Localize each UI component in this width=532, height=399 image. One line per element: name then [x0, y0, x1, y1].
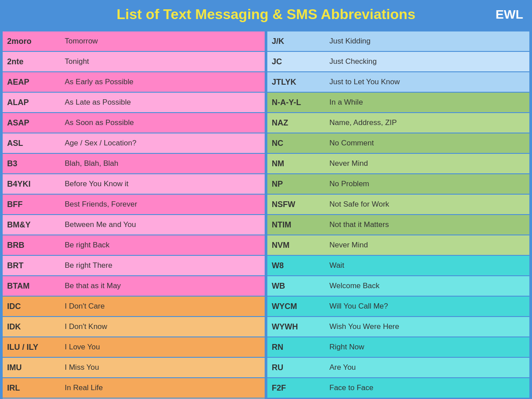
- table-row: B3Blah, Blah, Blah: [3, 154, 265, 173]
- abbreviation-cell: IRL: [3, 378, 60, 398]
- meaning-cell: Never Mind: [325, 235, 529, 255]
- table-row: IRLIn Real Life: [3, 378, 265, 398]
- meaning-cell: Best Friends, Forever: [60, 195, 265, 214]
- abbreviation-cell: RU: [267, 358, 325, 377]
- meaning-cell: Not Safe for Work: [325, 195, 529, 214]
- table-row: N-A-Y-LIn a While: [267, 93, 529, 112]
- table-row: 2nteTonight: [3, 52, 265, 71]
- abbreviation-cell: ILU / ILY: [3, 337, 60, 357]
- meaning-cell: I Miss You: [60, 358, 265, 377]
- meaning-cell: Not that it Matters: [325, 215, 529, 235]
- right-column: J/KJust KiddingJCJust CheckingJTLYKJust …: [267, 31, 529, 394]
- meaning-cell: Be right Back: [60, 235, 265, 255]
- table-row: NVMNever Mind: [267, 235, 529, 255]
- abbreviation-cell: IDK: [3, 317, 60, 336]
- meaning-cell: No Comment: [325, 133, 529, 153]
- abbreviation-cell: F2F: [267, 378, 325, 398]
- meaning-cell: I Don't Care: [60, 297, 265, 316]
- meaning-cell: Wait: [325, 256, 529, 275]
- table-row: NTIMNot that it Matters: [267, 215, 529, 235]
- table-row: B4YKIBefore You Know it: [3, 174, 265, 194]
- table-row: ASLAge / Sex / Location?: [3, 133, 265, 153]
- meaning-cell: As Soon as Possible: [60, 113, 265, 133]
- abbreviation-cell: B4YKI: [3, 174, 60, 194]
- meaning-cell: Age / Sex / Location?: [60, 133, 265, 153]
- table-row: IMUI Miss You: [3, 358, 265, 377]
- abbreviation-cell: NC: [267, 133, 325, 153]
- table-row: NMNever Mind: [267, 154, 529, 173]
- abbreviation-cell: ALAP: [3, 93, 60, 112]
- table-row: NCNo Comment: [267, 133, 529, 153]
- meaning-cell: Wish You Were Here: [325, 317, 529, 336]
- table-row: ILU / ILYI Love You: [3, 337, 265, 357]
- abbreviation-cell: NSFW: [267, 195, 325, 214]
- abbreviation-cell: JC: [267, 52, 325, 71]
- table-row: AEAPAs Early as Possible: [3, 72, 265, 92]
- meaning-cell: Never Mind: [325, 154, 529, 173]
- meaning-cell: Tomorrow: [60, 31, 265, 51]
- main-content: 2moroTomorrow2nteTonightAEAPAs Early as …: [0, 29, 532, 397]
- meaning-cell: Tonight: [60, 52, 265, 71]
- left-column: 2moroTomorrow2nteTonightAEAPAs Early as …: [3, 31, 265, 394]
- table-row: RNRight Now: [267, 337, 529, 357]
- abbreviation-cell: NP: [267, 174, 325, 194]
- abbreviation-cell: WYWH: [267, 317, 325, 336]
- table-row: IDKI Don't Know: [3, 317, 265, 336]
- table-row: ALAPAs Late as Possible: [3, 93, 265, 112]
- meaning-cell: Name, Address, ZIP: [325, 113, 529, 133]
- abbreviation-cell: BTAM: [3, 276, 60, 296]
- table-row: J/KJust Kidding: [267, 31, 529, 51]
- abbreviation-cell: J/K: [267, 31, 325, 51]
- abbreviation-cell: N-A-Y-L: [267, 93, 325, 112]
- table-row: IDCI Don't Care: [3, 297, 265, 316]
- table-row: WYCMWill You Call Me?: [267, 297, 529, 316]
- meaning-cell: As Early as Possible: [60, 72, 265, 92]
- meaning-cell: Just to Let You Know: [325, 72, 529, 92]
- meaning-cell: Will You Call Me?: [325, 297, 529, 316]
- meaning-cell: In Real Life: [60, 378, 265, 398]
- table-row: WBWelcome Back: [267, 276, 529, 296]
- abbreviation-cell: 2moro: [3, 31, 60, 51]
- table-row: RUAre You: [267, 358, 529, 377]
- table-row: BM&YBetween Me and You: [3, 215, 265, 235]
- abbreviation-cell: 2nte: [3, 52, 60, 71]
- table-row: 2moroTomorrow: [3, 31, 265, 51]
- meaning-cell: Blah, Blah, Blah: [60, 154, 265, 173]
- meaning-cell: Welcome Back: [325, 276, 529, 296]
- abbreviation-cell: NTIM: [267, 215, 325, 235]
- abbreviation-cell: BM&Y: [3, 215, 60, 235]
- abbreviation-cell: ASL: [3, 133, 60, 153]
- table-row: F2FFace to Face: [267, 378, 529, 398]
- abbreviation-cell: BFF: [3, 195, 60, 214]
- abbreviation-cell: IDC: [3, 297, 60, 316]
- logo: EWL: [496, 8, 523, 22]
- table-row: NSFWNot Safe for Work: [267, 195, 529, 214]
- meaning-cell: Just Kidding: [325, 31, 529, 51]
- abbreviation-cell: WYCM: [267, 297, 325, 316]
- abbreviation-cell: BRB: [3, 235, 60, 255]
- meaning-cell: As Late as Possible: [60, 93, 265, 112]
- table-row: NAZName, Address, ZIP: [267, 113, 529, 133]
- abbreviation-cell: NAZ: [267, 113, 325, 133]
- abbreviation-cell: JTLYK: [267, 72, 325, 92]
- abbreviation-cell: WB: [267, 276, 325, 296]
- meaning-cell: Are You: [325, 358, 529, 377]
- meaning-cell: Right Now: [325, 337, 529, 357]
- abbreviation-cell: B3: [3, 154, 60, 173]
- abbreviation-cell: IMU: [3, 358, 60, 377]
- meaning-cell: Be that as it May: [60, 276, 265, 296]
- table-row: BTAMBe that as it May: [3, 276, 265, 296]
- meaning-cell: Be right There: [60, 256, 265, 275]
- table-row: JCJust Checking: [267, 52, 529, 71]
- abbreviation-cell: W8: [267, 256, 325, 275]
- table-row: BFFBest Friends, Forever: [3, 195, 265, 214]
- page-title: List of Text Messaging & SMS Abbreviatio…: [117, 6, 415, 23]
- meaning-cell: I Don't Know: [60, 317, 265, 336]
- abbreviation-cell: NVM: [267, 235, 325, 255]
- meaning-cell: Between Me and You: [60, 215, 265, 235]
- meaning-cell: No Problem: [325, 174, 529, 194]
- table-row: W8Wait: [267, 256, 529, 275]
- abbreviation-cell: AEAP: [3, 72, 60, 92]
- abbreviation-cell: RN: [267, 337, 325, 357]
- meaning-cell: Just Checking: [325, 52, 529, 71]
